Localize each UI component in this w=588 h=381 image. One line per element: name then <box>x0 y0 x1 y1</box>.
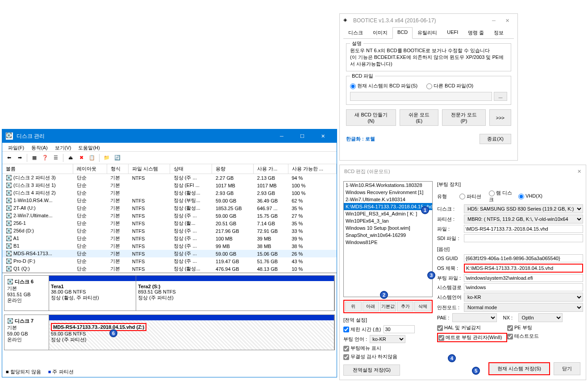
partition-mds-vhd[interactable]: MDS-RS4-17133.73.-2018.04.15.vhd (Z:) 59… <box>49 315 334 350</box>
pro-mode-button[interactable]: 전문가 모드(P) <box>442 109 485 126</box>
maximize-button[interactable]: ☐ <box>292 129 313 143</box>
volume-row[interactable]: 💽 Q1 (Q:)단순기본NTFS정상 (활성...476.94 GB48.13… <box>2 265 337 273</box>
titlebar[interactable]: 💽 디스크 관리 ─ ☐ ✕ <box>2 129 337 143</box>
safemode-select[interactable]: Normal mode <box>464 303 583 312</box>
volume-row[interactable]: 💽 2T-All (U:)단순기본NTFS정상 (활성...1853.25 GB… <box>2 204 337 212</box>
volume-row[interactable]: 💽 B1단순기본NTFS정상 (주 ...99 MB38 MB38 % <box>2 242 337 250</box>
tab-image[interactable]: 이미지 <box>368 27 392 38</box>
tab-cmdline[interactable]: 명령 줄 <box>463 27 489 38</box>
easy-mode-button[interactable]: 쉬운 모드(E) <box>400 109 438 126</box>
sdi-input[interactable] <box>464 234 583 242</box>
add-button[interactable]: 추가 <box>397 302 413 311</box>
boot-device-section: [부팅 장치] 유형 파티션 램 디스크 VHD(X) 디스크 :HD5: SA… <box>437 181 583 242</box>
file-input[interactable] <box>464 225 583 233</box>
guid-input[interactable] <box>464 254 583 262</box>
bcd-path-input[interactable] <box>350 92 492 101</box>
minimize-button[interactable]: ─ <box>271 129 292 143</box>
more-button[interactable]: >>> <box>489 109 511 126</box>
folder-icon[interactable]: 📁 <box>102 153 111 162</box>
back-icon[interactable]: ⬅ <box>4 153 13 162</box>
forward-icon[interactable]: ➡ <box>15 153 24 162</box>
volume-row[interactable]: 💽 256-1단순기본NTFS정상 (활...20.51 GB7.14 GB35… <box>2 219 337 227</box>
boot-entry[interactable]: 1-Win10.RS4.Workstations.180328 <box>344 182 432 189</box>
volume-row[interactable]: 💽 256d (D:)단순기본NTFS정상 (주 ...217.96 GB72.… <box>2 227 337 235</box>
menu-help[interactable]: 도움말(H) <box>75 144 103 150</box>
volume-row[interactable]: 💽 Pro-D (F:)단순기본NTFS정상 (주 ...119.47 GB51… <box>2 257 337 265</box>
titlebar[interactable]: BCD 편집 (쉬운모드) ✕ <box>340 165 586 178</box>
boot-entry[interactable]: Win10PEx64_3_lan <box>344 217 432 224</box>
titlebar[interactable]: ◈ BOOTICE v1.3.4 x64 (2016-06-17) ─ ✕ <box>340 14 517 27</box>
volume-row[interactable]: 💽 2-Win7.Ultimate...단순기본NTFS정상 (주 ...59.… <box>2 212 337 219</box>
close-button[interactable]: ✕ <box>500 18 514 24</box>
volume-row[interactable]: 💽 (디스크 3 파티션 1)단순기본정상 (EFI ...1017 MB101… <box>2 182 337 189</box>
boot-entry[interactable]: K:\MDS-RS4-17133.73.-2018.04.15.vhd <box>344 203 432 210</box>
volume-grid[interactable]: 볼륨레이아웃형식파일 시스템상태용량사용 가...사용 가능한 ... 💽 (디… <box>2 164 337 273</box>
eject-icon[interactable]: ⏏ <box>66 153 75 162</box>
menu-file[interactable]: 파일(F) <box>4 144 28 150</box>
radio-current-bcd[interactable]: 현재 시스템의 BCD 파일(S) <box>350 83 417 89</box>
boot-entry[interactable]: Windows Recovery Environment [1] <box>344 189 432 196</box>
boot-file-input[interactable] <box>464 274 583 282</box>
syspath-input[interactable] <box>464 283 583 291</box>
boot-entry[interactable]: Win10PE_RS3_x64_Admin [ K: ] <box>344 210 432 217</box>
radio-other-bcd[interactable]: 다른 BCD 파일(O) <box>426 83 473 89</box>
menu-action[interactable]: 동작(A) <box>28 144 51 150</box>
partition-tera1[interactable]: Tera138.00 GB NTFS정상 (활성, 주 파티션) <box>49 276 136 311</box>
tab-uefi[interactable]: UEFI <box>442 27 463 38</box>
col-header[interactable]: 레이아웃 <box>73 164 107 174</box>
boot-entry[interactable]: Windows81PE <box>344 239 432 246</box>
props-icon[interactable]: 📋 <box>88 153 96 162</box>
menu-view[interactable]: 보기(V) <box>51 144 75 150</box>
minimize-button[interactable]: ─ <box>487 18 500 23</box>
col-header[interactable]: 볼륨 <box>2 164 73 174</box>
close-button[interactable]: ✕ <box>577 169 581 174</box>
os-title-input[interactable] <box>464 264 583 273</box>
close-button[interactable]: 닫기 <box>554 362 580 375</box>
volume-row[interactable]: 💽 MDS-RS4-1713...단순기본NTFS정상 (주 ...59.00 … <box>2 250 337 257</box>
col-header[interactable]: 사용 가능한 ... <box>288 164 336 174</box>
close-button[interactable]: ✕ <box>313 129 333 143</box>
down-button[interactable]: 아래 <box>363 302 379 311</box>
syslang-select[interactable]: ko-KR <box>464 293 583 302</box>
up-button[interactable]: 위 <box>345 302 362 311</box>
tab-utility[interactable]: 유틸리티 <box>413 27 442 38</box>
tile-icon[interactable]: ▦ <box>30 153 39 162</box>
new-bcd-button[interactable]: 새 BCD 만들기(N) <box>346 109 396 126</box>
disk-select[interactable]: HD5: SAMSUNG SSD 830 Series (119.2 GB, K… <box>464 204 583 213</box>
col-header[interactable]: 파일 시스템 <box>129 164 170 174</box>
disk-7-label: 💽 디스크 7 기본 59.00 GB 온라인 <box>4 315 49 350</box>
delete-icon[interactable]: ✖ <box>77 153 86 162</box>
pae-select[interactable] <box>452 313 497 322</box>
list-icon[interactable]: ☰ <box>51 153 60 162</box>
partition-select[interactable]: MBR0: ( NTFS, 119.2 GB, K:\, V-old-win10… <box>464 215 583 224</box>
refresh-icon[interactable]: 🔄 <box>113 153 122 162</box>
default-button[interactable]: 기본값 <box>380 302 396 311</box>
boot-entry[interactable]: SnapShot_win10x64-16299 <box>344 232 432 239</box>
nx-select[interactable]: OptIn <box>518 313 563 322</box>
col-header[interactable]: 용량 <box>212 164 254 174</box>
boot-lang-select[interactable]: ko-KR <box>370 335 405 343</box>
volume-row[interactable]: 💽 (디스크 4 파티션 2)단순기본정상 (활성...2.93 GB2.93 … <box>2 189 337 197</box>
boot-entry-list[interactable]: 1-Win10.RS4.Workstations.180328Windows R… <box>343 181 433 297</box>
save-global-button[interactable]: 전역설정 저장(G) <box>343 364 400 376</box>
tab-bcd[interactable]: BCD <box>392 27 413 39</box>
disk-7-row: 💽 디스크 7 기본 59.00 GB 온라인 MDS-RS4-17133.73… <box>4 315 335 350</box>
window-title: BOOTICE v1.3.4 x64 (2016-06-17) <box>353 17 487 24</box>
col-header[interactable]: 형식 <box>107 164 128 174</box>
exit-button[interactable]: 종료(X) <box>480 134 511 144</box>
partition-tera2[interactable]: Tera2 (S:)893.51 GB NTFS정상 (주 파티션) <box>136 276 334 311</box>
col-header[interactable]: 상태 <box>170 164 212 174</box>
col-header[interactable]: 사용 가... <box>254 164 288 174</box>
boot-entry[interactable]: 2-Win7.Ultimate.K.v180314 <box>344 196 432 203</box>
volume-row[interactable]: 💽 1-Win10.RS4.W...단순기본NTFS정상 (부팅...59.00… <box>2 197 337 204</box>
volume-row[interactable]: 💽 A1단순기본NTFS정상 (주 ...100 MB39 MB39 % <box>2 235 337 242</box>
timeout-input[interactable] <box>384 325 415 333</box>
tab-disk[interactable]: 디스크 <box>343 27 368 38</box>
tab-info[interactable]: 정보 <box>489 27 509 38</box>
browse-button[interactable]: ... <box>494 92 507 101</box>
boot-entry[interactable]: Windows 10 Setup [boot.wim] <box>344 224 432 232</box>
delete-button[interactable]: 삭제 <box>414 302 431 311</box>
save-current-button[interactable]: 현재 시스템 저장(S) <box>488 362 550 375</box>
volume-row[interactable]: 💽 (디스크 2 파티션 3)단순기본NTFS정상 (주 ...2.27 GB2… <box>2 174 337 182</box>
help-icon[interactable]: ❓ <box>41 153 50 162</box>
